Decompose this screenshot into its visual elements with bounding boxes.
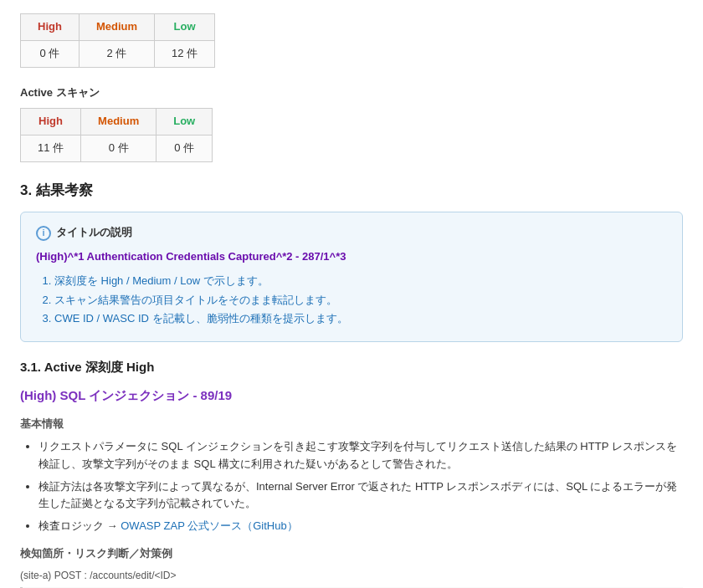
active-header-medium: Medium [81, 109, 157, 135]
info-link-2[interactable]: スキャン結果警告の項目タイトルをそのまま転記します。 [54, 294, 337, 306]
vuln-title: (High) SQL インジェクション - 89/19 [20, 386, 683, 406]
info-list-item-2: スキャン結果警告の項目タイトルをそのまま転記します。 [54, 292, 667, 309]
basic-info-list: リクエストパラメータに SQL インジェクションを引き起こす攻撃文字列を付与して… [20, 438, 683, 535]
active-header-high: High [21, 109, 81, 135]
section31-title: 3.1. Active 深刻度 High [20, 357, 683, 377]
active-low-count: 0 件 [157, 135, 213, 162]
bullet-item-1: リクエストパラメータに SQL インジェクションを引き起こす攻撃文字列を付与して… [38, 438, 683, 473]
finding1-url: (site-a) POST : /accounts/edit/<ID> [20, 568, 683, 584]
info-box-header: i タイトルの説明 [36, 224, 667, 242]
info-list-item-1: 深刻度を High / Medium / Low で示します。 [54, 273, 667, 290]
header-low: Low [155, 14, 215, 41]
info-list: 深刻度を High / Medium / Low で示します。 スキャン結果警告… [36, 273, 667, 328]
active-high-count: 11 件 [21, 135, 81, 162]
bullet-item-3: 検査ロジック → OWASP ZAP 公式ソース（GitHub） [38, 518, 683, 535]
active-scan-table: High Medium Low 11 件 0 件 0 件 [20, 108, 213, 162]
header-high: High [21, 14, 80, 41]
detection-label: 検知箇所・リスク判断／対策例 [20, 545, 683, 563]
basic-info-label: 基本情報 [20, 416, 683, 433]
info-box-title: タイトルの説明 [56, 224, 132, 242]
info-link-1[interactable]: 深刻度を High / Medium / Low で示します。 [54, 274, 269, 287]
active-header-low: Low [157, 109, 213, 135]
info-example: (High)^*1 Authentication Credentials Cap… [36, 248, 667, 266]
info-link-3[interactable]: CWE ID / WASC ID を記載し、脆弱性の種類を提示します。 [54, 312, 348, 325]
finding-1: (site-a) POST : /accounts/edit/<ID> パラメー… [20, 568, 683, 588]
active-scan-label: Active スキャン [20, 84, 683, 102]
active-scan-section: Active スキャン High Medium Low 11 件 0 件 0 件 [20, 84, 683, 162]
info-list-item-3: CWE ID / WASC ID を記載し、脆弱性の種類を提示します。 [54, 310, 667, 328]
section3-title: 3. 結果考察 [20, 179, 683, 202]
closed-low-count: 12 件 [155, 40, 215, 67]
closed-scan-table: High Medium Low 0 件 2 件 12 件 [20, 13, 215, 68]
closed-high-count: 0 件 [21, 40, 80, 67]
info-icon: i [36, 226, 51, 241]
active-medium-count: 0 件 [81, 135, 157, 162]
owasp-zap-link[interactable]: OWASP ZAP 公式ソース（GitHub） [121, 519, 297, 532]
header-medium: Medium [79, 14, 154, 41]
bullet-item-2: 検証方法は各攻撃文字列によって異なるが、Internal Server Erro… [38, 478, 683, 514]
closed-medium-count: 2 件 [79, 40, 154, 67]
info-box: i タイトルの説明 (High)^*1 Authentication Crede… [20, 212, 683, 342]
closed-scan-section: High Medium Low 0 件 2 件 12 件 [20, 13, 683, 68]
